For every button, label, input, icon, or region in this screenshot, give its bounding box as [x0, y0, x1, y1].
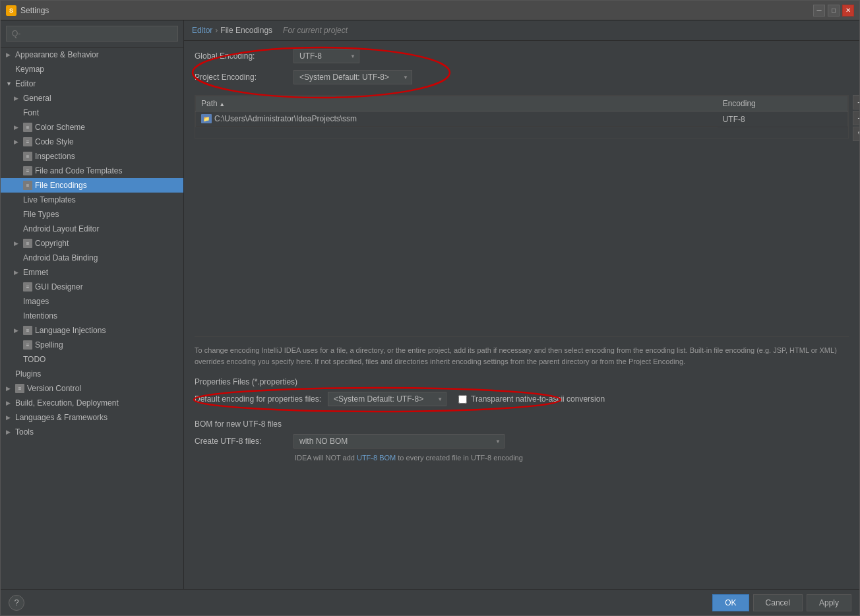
sidebar-item-appearance[interactable]: ▶Appearance & Behavior — [1, 47, 183, 62]
sidebar-item-images[interactable]: Images — [1, 294, 183, 309]
arrow-icon: ▶ — [14, 269, 20, 276]
help-button[interactable]: ? — [9, 595, 24, 611]
cancel-button[interactable]: Cancel — [753, 594, 803, 611]
properties-encoding-label: Default encoding for properties files: — [195, 394, 321, 404]
sidebar-item-label: Spelling — [35, 340, 63, 350]
window-controls: ─ □ ✕ — [813, 5, 854, 16]
sidebar-item-language-injections[interactable]: ▶≡Language Injections — [1, 323, 183, 338]
breadcrumb: Editor › File Encodings For current proj… — [184, 20, 859, 41]
sidebar-item-file-types[interactable]: File Types — [1, 207, 183, 222]
minimize-button[interactable]: ─ — [813, 5, 825, 16]
arrow-icon: ▶ — [6, 414, 13, 421]
sidebar-item-keymap[interactable]: Keymap — [1, 62, 183, 77]
settings-icon: ≡ — [23, 239, 32, 248]
folder-icon: 📁 — [201, 114, 212, 123]
settings-icon: ≡ — [23, 181, 32, 190]
apply-button[interactable]: Apply — [807, 594, 851, 611]
sidebar-item-build-execution[interactable]: ▶Build, Execution, Deployment — [1, 396, 183, 410]
sidebar-item-label: Plugins — [15, 369, 41, 379]
project-encoding-select[interactable]: <System Default: UTF-8> — [293, 70, 412, 84]
sidebar-item-label: TODO — [23, 355, 46, 364]
bom-note: IDEA will NOT add UTF-8 BOM to every cre… — [195, 454, 849, 462]
global-encoding-row: Global Encoding: UTF-8 — [195, 49, 849, 63]
sidebar-item-inspections[interactable]: ≡Inspections — [1, 149, 183, 164]
path-header[interactable]: Path — [196, 96, 718, 111]
sidebar-item-label: Build, Execution, Deployment — [15, 398, 119, 408]
sidebar-item-label: Font — [23, 108, 39, 117]
project-encoding-select-wrapper: <System Default: UTF-8> — [293, 70, 412, 84]
arrow-icon: ▶ — [14, 95, 20, 102]
edit-path-button[interactable]: ✎ — [853, 127, 859, 141]
sidebar-item-android-data[interactable]: Android Data Binding — [1, 251, 183, 265]
global-encoding-select[interactable]: UTF-8 — [293, 49, 359, 63]
sidebar-item-version-control[interactable]: ▶≡Version Control — [1, 381, 183, 396]
add-path-button[interactable]: + — [853, 95, 859, 109]
sidebar-item-label: Intentions — [23, 311, 57, 321]
arrow-icon: ▶ — [14, 327, 20, 334]
search-box — [1, 20, 183, 47]
global-encoding-label: Global Encoding: — [195, 51, 287, 61]
sidebar-item-emmet[interactable]: ▶Emmet — [1, 265, 183, 280]
content-area: Global Encoding: UTF-8 Project Encoding: — [184, 41, 859, 589]
sidebar-item-file-encodings[interactable]: ≡File Encodings — [1, 178, 183, 193]
sidebar-item-label: GUI Designer — [35, 282, 83, 292]
table-row[interactable]: 📁 C:\Users\Administrator\IdeaProjects\ss… — [196, 111, 848, 127]
search-input[interactable] — [6, 26, 178, 42]
properties-encoding-select[interactable]: <System Default: UTF-8> — [328, 392, 446, 406]
sidebar-item-general[interactable]: ▶General — [1, 91, 183, 106]
sidebar-item-label: Live Templates — [23, 195, 76, 204]
sidebar-item-file-code-templates[interactable]: ≡File and Code Templates — [1, 164, 183, 178]
sidebar-item-intentions[interactable]: Intentions — [1, 309, 183, 323]
sidebar-item-live-templates[interactable]: Live Templates — [1, 193, 183, 207]
sidebar-item-code-style[interactable]: ▶≡Code Style — [1, 135, 183, 149]
ok-button[interactable]: OK — [712, 594, 749, 611]
sidebar-item-android-layout[interactable]: Android Layout Editor — [1, 222, 183, 236]
properties-encoding-row: Default encoding for properties files: <… — [195, 392, 605, 406]
sidebar-item-tools[interactable]: ▶Tools — [1, 425, 183, 439]
window-title: Settings — [20, 6, 49, 15]
utf8-bom-link[interactable]: UTF-8 BOM — [357, 454, 396, 462]
sidebar-item-label: General — [23, 94, 51, 103]
settings-icon: ≡ — [23, 340, 32, 350]
sidebar-item-editor[interactable]: ▼Editor — [1, 77, 183, 91]
arrow-icon: ▶ — [14, 139, 20, 145]
bom-create-row: Create UTF-8 files: with NO BOM — [195, 434, 849, 448]
breadcrumb-current: File Encodings — [220, 26, 272, 35]
sidebar-item-label: Keymap — [15, 65, 44, 74]
properties-section: Properties Files (*.properties) Default … — [195, 377, 849, 412]
file-table: Path Encoding 📁 C:\Users\Administrator\I… — [195, 96, 848, 127]
breadcrumb-project-note: For current project — [283, 26, 348, 35]
sidebar-item-label: Color Scheme — [35, 123, 85, 132]
title-bar: S Settings ─ □ ✕ — [1, 1, 859, 20]
bottom-bar: ? OK Cancel Apply — [1, 589, 859, 615]
encoding-highlight-section: Global Encoding: UTF-8 Project Encoding: — [195, 49, 849, 84]
arrow-icon: ▶ — [6, 51, 13, 58]
transparent-conversion-row: Transparent native-to-ascii conversion — [458, 394, 605, 404]
table-cell-path: 📁 C:\Users\Administrator\IdeaProjects\ss… — [196, 111, 718, 127]
maximize-button[interactable]: □ — [828, 5, 840, 16]
sidebar-item-todo[interactable]: TODO — [1, 352, 183, 367]
encoding-header[interactable]: Encoding — [718, 96, 848, 111]
breadcrumb-editor[interactable]: Editor — [192, 26, 212, 35]
remove-path-button[interactable]: − — [853, 111, 859, 125]
sidebar-item-spelling[interactable]: ≡Spelling — [1, 338, 183, 352]
sidebar-item-label: Emmet — [23, 268, 48, 277]
sidebar-item-languages-frameworks[interactable]: ▶Languages & Frameworks — [1, 410, 183, 425]
sidebar-item-label: Editor — [15, 79, 36, 88]
sidebar-item-copyright[interactable]: ▶≡Copyright — [1, 236, 183, 251]
bom-create-select[interactable]: with NO BOM — [293, 434, 505, 448]
bom-section: BOM for new UTF-8 files Create UTF-8 fil… — [195, 419, 849, 462]
sidebar-item-label: Version Control — [27, 384, 81, 393]
sidebar: ▶Appearance & BehaviorKeymap▼Editor▶Gene… — [1, 20, 184, 589]
settings-icon: ≡ — [23, 123, 32, 132]
sidebar-item-font[interactable]: Font — [1, 106, 183, 120]
close-button[interactable]: ✕ — [842, 5, 854, 16]
sidebar-item-plugins[interactable]: Plugins — [1, 367, 183, 381]
properties-oval-section: Default encoding for properties files: <… — [195, 392, 605, 406]
breadcrumb-separator: › — [215, 26, 218, 35]
arrow-icon: ▶ — [14, 240, 20, 247]
sidebar-item-color-scheme[interactable]: ▶≡Color Scheme — [1, 120, 183, 135]
transparent-conversion-checkbox[interactable] — [458, 395, 467, 404]
sidebar-item-label: Code Style — [35, 137, 74, 146]
sidebar-item-gui-designer[interactable]: ≡GUI Designer — [1, 280, 183, 294]
